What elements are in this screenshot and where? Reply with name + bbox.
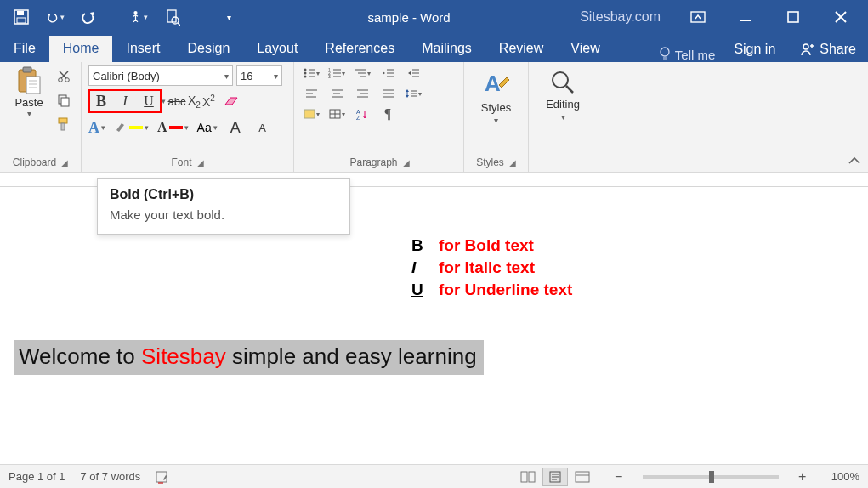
dialog-launcher-icon[interactable]: ◢ (509, 158, 516, 167)
ribbon-display-options-icon[interactable] (678, 0, 718, 34)
borders-icon[interactable]: ▾ (328, 106, 345, 122)
superscript-button[interactable]: X2 (202, 94, 215, 109)
redo-icon[interactable] (80, 8, 99, 26)
svg-point-15 (803, 44, 808, 49)
tab-design[interactable]: Design (173, 36, 243, 62)
zoom-level[interactable]: 100% (831, 470, 859, 483)
grow-font-button[interactable]: A (226, 118, 245, 137)
show-hide-icon[interactable]: ¶ (379, 106, 396, 122)
subscript-button[interactable]: X2 (188, 94, 201, 110)
italic-button[interactable]: I (116, 92, 134, 111)
bold-italic-underline-highlight: B I U (88, 89, 162, 113)
web-layout-icon[interactable] (570, 468, 595, 486)
sort-icon[interactable]: AZ (354, 106, 371, 122)
print-preview-icon[interactable] (163, 8, 182, 26)
legend-i: I (411, 258, 427, 277)
numbering-icon[interactable]: 123▾ (328, 65, 345, 81)
tab-mailings[interactable]: Mailings (408, 36, 485, 62)
selected-text[interactable]: Welcome to Sitesbay simple and easy lear… (14, 340, 484, 375)
proofing-icon[interactable] (156, 470, 171, 484)
zoom-slider[interactable] (643, 475, 779, 479)
shading-icon[interactable]: ▾ (303, 106, 320, 122)
line-spacing-icon[interactable]: ▾ (405, 86, 422, 101)
underline-button[interactable]: U (139, 92, 158, 111)
justify-icon[interactable] (379, 86, 396, 101)
tab-insert[interactable]: Insert (112, 36, 173, 62)
tab-file[interactable]: File (0, 36, 49, 62)
collapse-ribbon-icon[interactable] (848, 156, 861, 167)
styles-label: Styles (481, 101, 511, 114)
tab-layout[interactable]: Layout (243, 36, 311, 62)
svg-line-6 (178, 23, 180, 26)
format-painter-icon[interactable] (54, 115, 73, 133)
tab-home[interactable]: Home (49, 36, 113, 62)
align-right-icon[interactable] (354, 86, 371, 101)
chevron-down-icon[interactable]: ▾ (27, 109, 31, 118)
maximize-icon[interactable] (773, 0, 814, 34)
shrink-font-button[interactable]: A (253, 118, 272, 137)
chevron-down-icon[interactable]: ▾ (494, 116, 498, 125)
svg-point-24 (59, 78, 63, 82)
group-title-font: Font ◢ (88, 155, 286, 170)
share-button[interactable]: Share (787, 37, 868, 62)
dialog-launcher-icon[interactable]: ◢ (61, 158, 68, 167)
svg-rect-2 (17, 18, 26, 23)
styles-button[interactable]: A Styles ▾ (481, 65, 512, 125)
status-words[interactable]: 7 of 7 words (81, 470, 141, 483)
ribbon: Paste ▾ Clipboard ◢ (0, 62, 868, 173)
close-icon[interactable] (820, 0, 861, 34)
title-right: Sitesbay.com (580, 0, 868, 34)
undo-icon[interactable]: ▾ (46, 8, 65, 26)
print-layout-icon[interactable] (542, 468, 568, 486)
tell-me-search[interactable]: Tell me (652, 47, 723, 62)
zoom-thumb[interactable] (709, 471, 714, 483)
chevron-down-icon[interactable]: ▾ (162, 97, 166, 105)
zoom-in-button[interactable]: + (794, 469, 811, 485)
status-page[interactable]: Page 1 of 1 (9, 470, 65, 483)
read-mode-icon[interactable] (515, 468, 541, 486)
dialog-launcher-icon[interactable]: ◢ (197, 158, 204, 167)
increase-indent-icon[interactable] (405, 65, 422, 81)
minimize-icon[interactable] (725, 0, 766, 34)
highlight-color-button[interactable]: ▾ (114, 121, 149, 134)
svg-rect-9 (788, 12, 798, 22)
bold-button[interactable]: B (92, 92, 111, 111)
align-left-icon[interactable] (303, 86, 320, 101)
clear-formatting-icon[interactable] (222, 92, 241, 111)
tab-references[interactable]: References (311, 36, 408, 62)
decrease-indent-icon[interactable] (379, 65, 396, 81)
group-editing: Editing ▾ (529, 62, 597, 172)
text-effects-button[interactable]: A▾ (88, 119, 105, 137)
svg-point-12 (661, 48, 669, 56)
svg-rect-69 (304, 110, 315, 118)
change-case-button[interactable]: Aa▾ (197, 121, 218, 134)
copy-icon[interactable] (54, 91, 73, 110)
group-title-clipboard: Clipboard ◢ (7, 155, 74, 170)
tab-view[interactable]: View (557, 36, 613, 62)
multilevel-list-icon[interactable]: ▾ (354, 65, 371, 81)
font-name-combo[interactable]: Calibri (Body)▾ (88, 65, 233, 86)
watermark-text: Sitesbay.com (580, 9, 661, 25)
paste-button[interactable]: Paste ▾ (7, 65, 51, 133)
qat-customize-icon[interactable]: ▾ (219, 8, 238, 26)
bullets-icon[interactable]: ▾ (303, 65, 320, 81)
tooltip-body: Make your text bold. (110, 207, 338, 222)
sign-in-button[interactable]: Sign in (722, 37, 787, 62)
svg-text:3: 3 (328, 74, 331, 79)
touch-mode-icon[interactable]: ▾ (129, 8, 148, 26)
paste-icon (14, 65, 44, 96)
dialog-launcher-icon[interactable]: ◢ (403, 158, 410, 167)
legend-i-text: for Italic text (439, 258, 535, 277)
zoom-out-button[interactable]: − (610, 469, 627, 485)
quick-access-toolbar: ▾ ▾ ▾ (0, 8, 238, 26)
save-icon[interactable] (12, 8, 31, 26)
cut-icon[interactable] (54, 67, 73, 86)
editing-button[interactable]: Editing ▾ (546, 65, 580, 122)
tab-review[interactable]: Review (485, 36, 557, 62)
font-color-button[interactable]: A ▾ (157, 120, 189, 135)
font-size-combo[interactable]: 16▾ (236, 65, 282, 86)
chevron-down-icon[interactable]: ▾ (561, 112, 565, 122)
strikethrough-button[interactable]: abc (167, 92, 186, 111)
align-center-icon[interactable] (328, 86, 345, 101)
legend-u: U (411, 281, 427, 299)
